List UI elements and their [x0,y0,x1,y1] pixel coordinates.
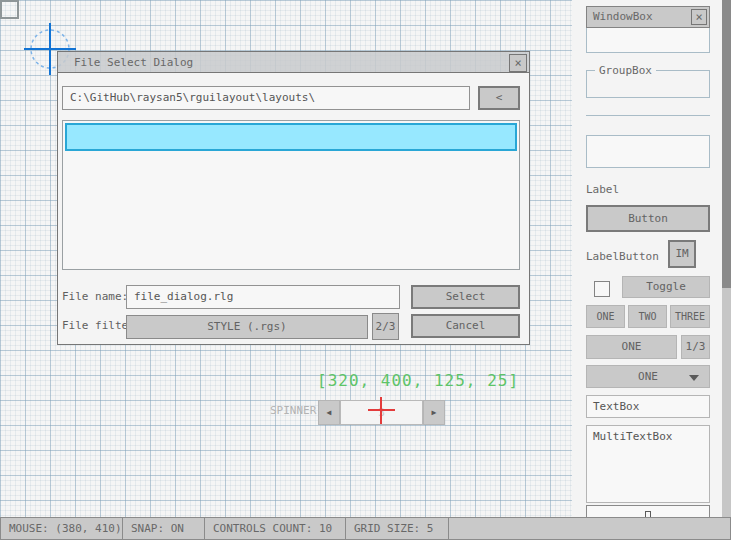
windowbox-body [586,28,710,53]
cursor-crosshair-icon [368,397,395,424]
status-grid-size: GRID SIZE: 5 [346,518,449,539]
dialog-title: File Select Dialog [74,52,193,74]
palette-togglegroup-one[interactable]: ONE [586,305,625,328]
filter-index-button[interactable]: 2/3 [372,313,399,340]
chevron-down-icon [689,375,699,381]
groupbox-label: GroupBox [595,64,656,77]
palette-panel[interactable] [586,135,710,168]
controls-palette: WindowBox × GroupBox Label Button LabelB… [572,0,731,517]
palette-button[interactable]: Button [586,205,710,232]
cancel-button[interactable]: Cancel [411,314,520,338]
origin-marker [0,0,19,19]
status-controls-count: CONTROLS COUNT: 10 [205,518,346,539]
palette-togglegroup-three[interactable]: THREE [670,305,710,328]
spinner-left-arrow-icon[interactable]: ◀ [318,400,340,425]
close-icon[interactable]: × [509,54,527,72]
palette-windowbox[interactable]: WindowBox × [586,6,710,53]
status-mouse: MOUSE: (380, 410) [1,518,123,539]
spinner-right-arrow-icon[interactable]: ▶ [423,400,445,425]
file-name-textbox[interactable]: file_dialog.rlg [126,285,400,309]
file-filter-button[interactable]: STYLE (.rgs) [126,315,368,339]
palette-scrollbar[interactable] [722,0,731,517]
file-select-dialog[interactable]: File Select Dialog × C:\GitHub\raysan5\r… [57,51,530,345]
palette-toggle[interactable]: Toggle [622,276,710,298]
palette-scrollbar-thumb[interactable] [722,0,731,288]
design-canvas[interactable]: File Select Dialog × C:\GitHub\raysan5\r… [0,0,572,517]
status-snap: SNAP: ON [123,518,205,539]
status-filler [449,518,730,539]
spinner-label: SPINNER [270,404,316,417]
windowbox-titlebar: WindowBox × [586,6,710,28]
dropdown-selected-value: ONE [638,370,658,383]
palette-groupbox[interactable]: GroupBox [586,70,710,98]
palette-valuebox[interactable] [586,505,710,517]
file-listview[interactable] [62,120,520,270]
palette-line[interactable] [586,115,710,116]
select-button[interactable]: Select [411,285,520,309]
dialog-titlebar[interactable]: File Select Dialog × [57,51,530,73]
palette-togglegroup-two[interactable]: TWO [628,305,667,328]
path-textbox[interactable]: C:\GitHub\raysan5\rguilayout\layouts\ [62,86,470,110]
file-name-label: File name: [62,285,128,309]
palette-label[interactable]: Label [586,183,710,196]
palette-multitextbox[interactable]: MultiTextBox [586,425,710,503]
palette-combobox[interactable]: ONE [586,335,677,359]
palette-combobox-counter[interactable]: 1/3 [681,335,710,359]
back-button[interactable]: < [478,86,520,110]
windowbox-title: WindowBox [593,7,653,27]
palette-checkbox[interactable] [594,281,610,297]
status-bar: MOUSE: (380, 410) SNAP: ON CONTROLS COUN… [0,517,731,540]
palette-imagebutton[interactable]: IM [668,240,696,268]
placement-rect-info: [320, 400, 125, 25] [317,371,519,390]
palette-dropdownbox[interactable]: ONE [586,365,710,388]
palette-textbox[interactable]: TextBox [586,395,710,418]
selected-list-item[interactable] [65,123,517,151]
close-icon: × [691,9,707,25]
